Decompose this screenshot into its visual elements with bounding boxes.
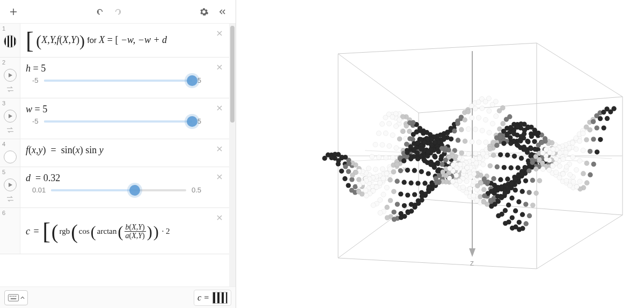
svg-point-99	[476, 116, 481, 120]
slider-thumb[interactable]	[187, 75, 197, 86]
delete-row-button[interactable]	[213, 170, 226, 183]
slider-thumb[interactable]	[187, 116, 197, 127]
svg-point-701	[471, 194, 476, 198]
svg-point-465	[508, 141, 513, 146]
slider-track[interactable]	[44, 120, 192, 123]
svg-point-261	[532, 139, 537, 144]
add-button[interactable]	[4, 3, 23, 21]
expression-row[interactable]: 5 d = 0.32	[0, 167, 229, 208]
swap-button[interactable]	[6, 126, 14, 135]
svg-point-687	[464, 190, 469, 195]
svg-point-792	[420, 194, 425, 198]
expression-row[interactable]: 4 f(x,y) = sin(x) sin y	[0, 139, 229, 167]
svg-point-474	[481, 162, 486, 167]
svg-point-539	[509, 166, 514, 170]
svg-point-424	[522, 128, 527, 133]
svg-point-823	[448, 166, 452, 171]
expression-row[interactable]: 2 h = 5	[0, 58, 229, 98]
svg-point-819	[520, 189, 525, 194]
svg-point-441	[342, 176, 347, 181]
svg-point-775	[530, 160, 535, 165]
svg-point-122	[383, 115, 388, 120]
delete-row-button[interactable]	[213, 102, 226, 114]
svg-point-454	[581, 171, 586, 176]
svg-point-468	[588, 173, 592, 177]
svg-point-507	[495, 164, 500, 169]
svg-point-321	[588, 127, 592, 132]
svg-point-857	[503, 221, 508, 226]
slider-thumb[interactable]	[129, 185, 140, 196]
undo-button[interactable]	[91, 3, 109, 21]
svg-point-845	[475, 183, 480, 188]
svg-point-573	[398, 168, 403, 173]
expression-row[interactable]: 3 w = 5	[0, 98, 229, 139]
svg-point-716	[371, 203, 376, 207]
collapse-button[interactable]	[213, 3, 231, 21]
delete-row-button[interactable]	[213, 27, 226, 40]
play-button[interactable]	[4, 69, 17, 82]
svg-point-611	[554, 170, 559, 175]
svg-point-612	[384, 185, 389, 190]
graph-3d-viewport[interactable]: z x	[236, 0, 644, 308]
play-button[interactable]	[4, 110, 17, 123]
svg-point-78	[445, 131, 450, 135]
svg-point-756	[471, 179, 476, 184]
svg-point-670	[564, 164, 569, 169]
svg-point-102	[449, 137, 453, 141]
delete-row-button[interactable]	[213, 211, 226, 224]
svg-point-127	[480, 128, 485, 133]
slider[interactable]: 0.01 0.5	[26, 184, 208, 198]
svg-point-544	[401, 159, 406, 163]
svg-point-596	[377, 181, 382, 185]
settings-button[interactable]	[195, 3, 213, 21]
svg-point-570	[567, 183, 572, 188]
svg-point-367	[591, 137, 596, 141]
slider[interactable]: -5 5	[26, 115, 208, 130]
redo-button[interactable]	[109, 3, 127, 21]
svg-point-448	[501, 141, 506, 146]
svg-point-824	[509, 196, 514, 200]
keyboard-icon	[8, 294, 19, 302]
svg-point-752	[392, 217, 397, 222]
svg-point-817	[502, 191, 507, 196]
svg-point-839	[513, 209, 518, 213]
slider-max: 5	[197, 76, 201, 84]
svg-point-116	[473, 127, 478, 132]
slider[interactable]: -5 5	[26, 74, 208, 89]
slider-track[interactable]	[44, 80, 192, 82]
svg-point-94	[504, 117, 509, 122]
slider-track[interactable]	[51, 189, 186, 191]
expression-row[interactable]: 6 c = [ ( rgb ( cos (	[0, 208, 229, 254]
expression-toolbar	[0, 0, 236, 24]
svg-point-660	[343, 164, 348, 169]
expression-row[interactable]: 1 [ (X,Y,f(X,Y)) for X = [ −w, −w + d	[0, 24, 229, 58]
svg-point-616	[571, 180, 576, 184]
svg-point-635	[408, 181, 413, 185]
svg-point-606	[412, 168, 417, 173]
swap-button[interactable]	[6, 195, 14, 204]
expression-text: [ (X,Y,f(X,Y)) for X = [ −w, −w + d	[26, 34, 167, 45]
svg-point-152	[387, 121, 392, 126]
svg-point-834	[506, 203, 511, 207]
svg-point-188	[390, 133, 395, 138]
svg-marker-7	[338, 199, 623, 269]
svg-point-812	[513, 188, 518, 192]
delete-row-button[interactable]	[213, 142, 226, 155]
svg-point-412	[346, 183, 351, 188]
swap-button[interactable]	[6, 85, 14, 95]
svg-point-280	[601, 110, 606, 114]
svg-point-202	[397, 137, 402, 141]
svg-point-211	[370, 154, 375, 159]
visibility-toggle[interactable]	[4, 151, 17, 163]
stripe-circle-icon[interactable]	[4, 35, 17, 48]
delete-row-button[interactable]	[213, 61, 226, 74]
keyboard-button[interactable]	[4, 290, 28, 305]
row-index: 1	[2, 26, 5, 32]
stripes-swatch-icon	[213, 292, 228, 304]
close-icon	[216, 63, 223, 71]
svg-point-353	[602, 126, 606, 131]
panel-footer: c =	[0, 286, 236, 308]
svg-point-93	[442, 135, 447, 140]
play-button[interactable]	[4, 178, 17, 191]
svg-point-789	[509, 181, 514, 186]
